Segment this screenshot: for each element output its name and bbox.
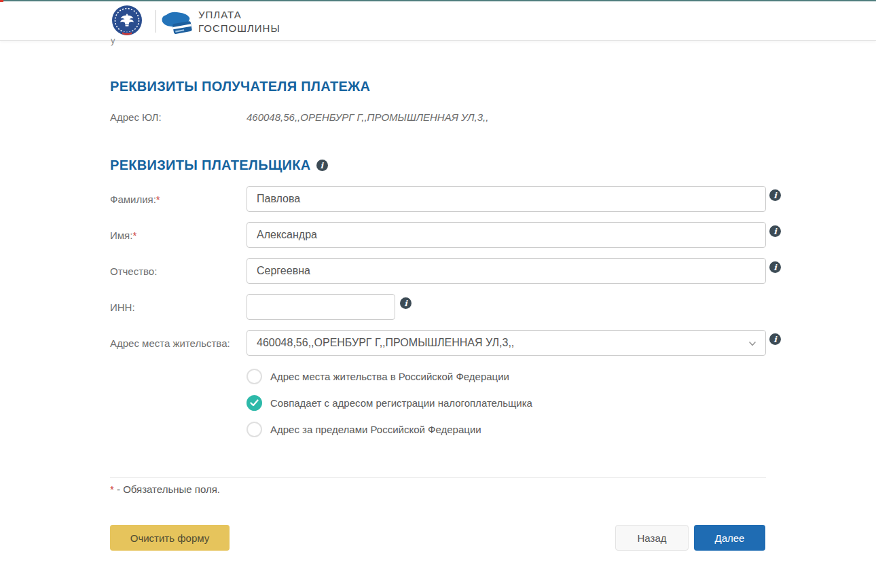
lastname-info-icon[interactable] — [769, 189, 781, 201]
inn-info-icon[interactable] — [400, 297, 412, 309]
corner-loading-mark — [0, 0, 3, 2]
clipped-scrolled-text: у — [111, 35, 115, 45]
radio-checked-icon — [247, 395, 262, 411]
middlename-label: Отчество: — [110, 258, 242, 284]
required-asterisk: * — [132, 229, 136, 241]
info-icon[interactable] — [316, 160, 328, 171]
firstname-info-icon[interactable] — [769, 225, 781, 237]
payer-section-title-text: РЕКВИЗИТЫ ПЛАТЕЛЬЩИКА — [110, 158, 311, 173]
firstname-input[interactable] — [247, 222, 766, 248]
service-title-line2: ГОСПОШЛИНЫ — [198, 22, 280, 35]
recipient-address-value: 460048,56,,ОРЕНБУРГ Г,,ПРОМЫШЛЕННАЯ УЛ,3… — [247, 111, 488, 123]
clear-form-button[interactable]: Очистить форму — [110, 525, 230, 551]
service-title-line1: УПЛАТА — [198, 8, 280, 22]
service-title: УПЛАТА ГОСПОШЛИНЫ — [198, 8, 280, 35]
lastname-label: Фамилия:* — [110, 186, 242, 212]
recipient-address-label: Адрес ЮЛ: — [110, 111, 162, 123]
inn-input[interactable] — [247, 294, 395, 320]
footer-divider — [110, 477, 766, 478]
radio-address-in-rf[interactable]: Адрес места жительства в Российской Феде… — [247, 368, 509, 384]
chevron-down-icon — [748, 339, 757, 348]
middlename-info-icon[interactable] — [769, 261, 781, 273]
app-header: УПЛАТА ГОСПОШЛИНЫ — [0, 1, 876, 41]
lastname-input[interactable] — [247, 186, 766, 212]
header-divider — [156, 10, 156, 33]
recipient-section-title: РЕКВИЗИТЫ ПОЛУЧАТЕЛЯ ПЛАТЕЖА — [110, 79, 370, 94]
radio-unchecked-icon — [247, 422, 262, 437]
next-button[interactable]: Далее — [694, 525, 765, 551]
required-fields-note: * - Обязательные поля. — [110, 483, 220, 495]
firstname-label: Имя:* — [110, 222, 242, 248]
address-select[interactable]: 460048,56,,ОРЕНБУРГ Г,,ПРОМЫШЛЕННАЯ УЛ,3… — [247, 330, 766, 356]
payer-section-title: РЕКВИЗИТЫ ПЛАТЕЛЬЩИКА — [110, 158, 328, 173]
page: УПЛАТА ГОСПОШЛИНЫ у РЕКВИЗИТЫ ПОЛУЧАТЕЛЯ… — [0, 0, 876, 588]
inn-label: ИНН: — [110, 294, 242, 320]
address-label: Адрес места жительства: — [110, 330, 242, 356]
middlename-input[interactable] — [247, 258, 766, 284]
radio-same-as-registration[interactable]: Совпадает с адресом регистрации налогопл… — [247, 394, 532, 411]
fns-logo-icon — [111, 5, 143, 37]
payment-service-icon — [160, 10, 193, 34]
radio-unchecked-icon — [247, 369, 262, 384]
required-asterisk: * — [156, 194, 160, 205]
address-info-icon[interactable] — [769, 333, 781, 345]
address-select-value: 460048,56,,ОРЕНБУРГ Г,,ПРОМЫШЛЕННАЯ УЛ,3… — [257, 337, 514, 349]
radio-address-outside-rf[interactable]: Адрес за пределами Российской Федерации — [247, 421, 481, 437]
back-button[interactable]: Назад — [615, 525, 689, 551]
